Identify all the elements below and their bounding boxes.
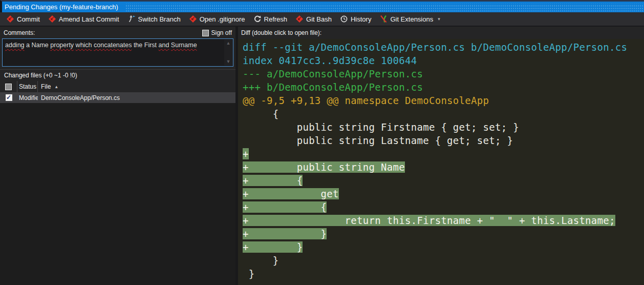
diff-panel: Diff (double click to open file): diff -… (238, 27, 644, 285)
files-list-empty-area[interactable] (0, 103, 235, 285)
diff-line: index 0417cc3..9d39c8e 100644 (243, 54, 644, 67)
diff-line: + return this.Firstname + " " + this.Las… (243, 214, 644, 227)
comment-word: property (50, 42, 74, 49)
toolbar-button-label: Git Bash (306, 15, 332, 23)
diff-line-text: public string Firstname { get; set; } (243, 121, 519, 133)
textarea-scrollbar[interactable]: ▲ ▼ (224, 39, 232, 66)
diff-line: + { (243, 200, 644, 214)
toolbar-button-label: Open .gitignore (200, 15, 245, 23)
diff-line: @@ -9,5 +9,13 @@ namespace DemoConsoleAp… (243, 94, 644, 107)
diff-line-text: +++ b/DemoConsoleApp/Person.cs (243, 82, 423, 93)
comment-word: the First (132, 42, 158, 49)
gitext-diamond-icon (6, 15, 14, 23)
file-checkbox[interactable]: ✓ (6, 94, 12, 101)
comments-label: Comments: (4, 29, 35, 36)
gitext-diamond-icon (189, 15, 197, 23)
toolbar-button-label: History (351, 15, 371, 23)
gitext-diamond-icon (48, 15, 56, 23)
diff-line-text: { (243, 108, 278, 119)
diff-line-text: + return this.Firstname + " " + this.Las… (243, 215, 615, 226)
diff-line-text: --- a/DemoConsoleApp/Person.cs (243, 68, 423, 79)
diff-line-text: + } (243, 241, 303, 253)
diff-line: + { (243, 174, 644, 187)
toolbar-button-git-bash[interactable]: Git Bash (291, 12, 336, 26)
diff-line-text: + get (243, 188, 339, 199)
status-column-header[interactable]: Status (17, 81, 38, 92)
window-title: Pending Changes (my-feature-branch) (2, 3, 121, 11)
main-area: Comments: Sign off adding a Name propert… (0, 27, 644, 285)
chevron-down-icon: ▾ (438, 16, 440, 22)
diff-line: + } (243, 227, 644, 240)
changed-files-label: Changed files (+0 ~1 -0 !0) (0, 70, 235, 81)
diff-line: + } (243, 240, 644, 254)
diff-line: + public string Name (243, 160, 644, 174)
comment-word: adding (5, 42, 25, 49)
file-row[interactable]: ✓ModifiedDemoConsoleApp/Person.cs (0, 92, 235, 103)
diff-line: { (243, 107, 644, 120)
commit-message-text: adding a Name property which concatenate… (5, 42, 197, 49)
diff-panel-label: Diff (double click to open file): (238, 27, 644, 39)
diff-line-text: + } (243, 228, 327, 239)
file-column-label: File (41, 83, 51, 90)
toolbar-button-history[interactable]: History (336, 12, 375, 26)
diff-line-text: @@ -9,5 +9,13 @@ namespace DemoConsoleAp… (243, 95, 489, 106)
switch-branch-icon (127, 15, 136, 23)
select-all-checkbox[interactable] (5, 84, 12, 90)
files-list: ✓ModifiedDemoConsoleApp/Person.cs (0, 92, 235, 103)
select-all-header-cell[interactable] (0, 81, 17, 92)
toolbar-button-commit[interactable]: Commit (2, 12, 44, 26)
diff-line-text: + (243, 148, 249, 159)
commit-panel: Comments: Sign off adding a Name propert… (0, 27, 235, 285)
sort-ascending-icon: ▲ (54, 85, 58, 89)
toolbar-button-amend-last-commit[interactable]: Amend Last Commit (44, 12, 123, 26)
commit-message-textarea[interactable]: adding a Name property which concatenate… (2, 38, 233, 67)
refresh-icon (253, 15, 262, 23)
toolbar-button-refresh[interactable]: Refresh (249, 12, 292, 26)
scroll-up-icon[interactable]: ▲ (226, 39, 231, 47)
toolbar-button-git-extensions[interactable]: Git Extensions▾ (375, 12, 444, 26)
diff-line-text: + public string Name (243, 161, 405, 173)
diff-line: + get (243, 187, 644, 200)
diff-line-text: diff --git a/DemoConsoleApp/Person.cs b/… (243, 42, 627, 53)
diff-line: public string Lastname { get; set; } (243, 134, 644, 147)
comment-word: and (159, 42, 169, 49)
file-column-header[interactable]: File ▲ (38, 81, 235, 92)
gitext-diamond-icon (295, 15, 304, 23)
signoff-control[interactable]: Sign off (202, 29, 232, 36)
toolbar-button-label: Amend Last Commit (59, 15, 119, 23)
diff-line: public string Firstname { get; set; } (243, 120, 644, 134)
diff-line-text: public string Lastname { get; set; } (243, 135, 513, 146)
comment-word: a Name (25, 42, 51, 49)
checkmark-icon: ✓ (6, 94, 11, 100)
diff-line-text: } (243, 255, 278, 266)
comment-word: which (76, 42, 92, 49)
signoff-label: Sign off (211, 29, 232, 36)
diff-line-text: + { (243, 201, 327, 213)
gitextensions-logo-icon (379, 15, 388, 23)
scroll-down-icon[interactable]: ▼ (226, 58, 231, 66)
titlebar[interactable]: Pending Changes (my-feature-branch) (0, 0, 644, 12)
diff-line-text: + { (243, 175, 303, 186)
toolbar-button-switch-branch[interactable]: Switch Branch (123, 12, 185, 26)
signoff-checkbox[interactable] (202, 30, 209, 36)
comment-word: Surname (171, 42, 197, 49)
toolbar-button-label: Commit (17, 15, 40, 23)
file-name: DemoConsoleApp/Person.cs (38, 92, 235, 103)
toolbar-button-label: Git Extensions (390, 15, 433, 23)
toolbar: CommitAmend Last CommitSwitch BranchOpen… (0, 12, 644, 27)
diff-line: } (243, 267, 644, 280)
diff-line: +++ b/DemoConsoleApp/Person.cs (243, 80, 644, 94)
file-status: Modified (17, 92, 38, 103)
comments-header: Comments: Sign off (0, 28, 235, 38)
files-table-header: Status File ▲ (0, 81, 235, 92)
toolbar-button-label: Switch Branch (138, 15, 181, 23)
diff-line: diff --git a/DemoConsoleApp/Person.cs b/… (243, 40, 644, 54)
toolbar-button-open-gitignore[interactable]: Open .gitignore (185, 12, 249, 26)
diff-line-text: index 0417cc3..9d39c8e 100644 (243, 55, 417, 66)
pending-changes-window: Pending Changes (my-feature-branch) Comm… (0, 0, 644, 285)
toolbar-button-label: Refresh (264, 15, 288, 23)
diff-line: + (243, 147, 644, 160)
diff-viewer[interactable]: diff --git a/DemoConsoleApp/Person.cs b/… (238, 39, 644, 285)
file-row-checkbox-cell: ✓ (0, 92, 17, 103)
titlebar-grip[interactable] (125, 4, 643, 11)
